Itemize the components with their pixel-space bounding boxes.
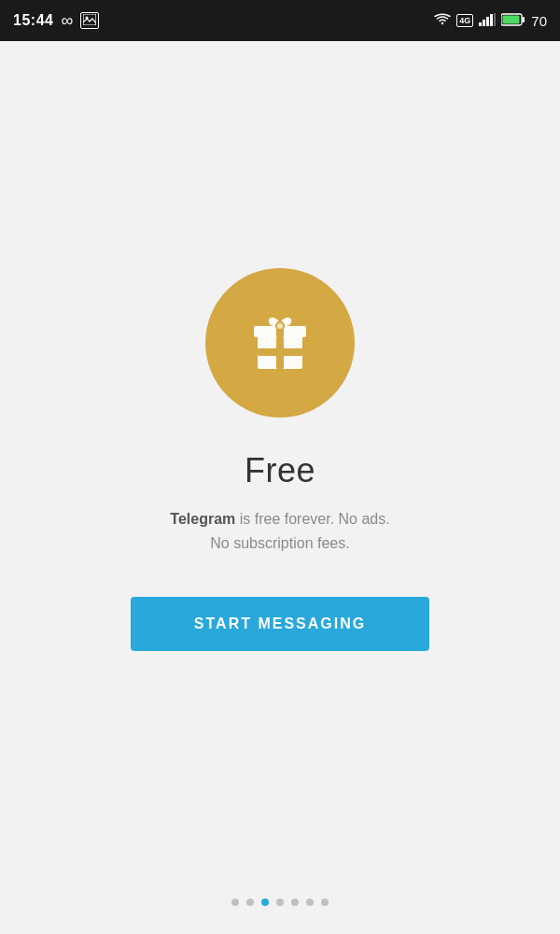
battery-percent: 70 [531,13,547,29]
gift-icon-circle [205,268,355,417]
svg-rect-5 [490,14,493,26]
lte-badge: 4G [456,14,473,27]
svg-rect-14 [258,348,302,356]
dot-0 [231,899,239,906]
svg-rect-6 [494,13,496,26]
svg-rect-8 [523,17,525,22]
brand-name: Telegram [170,511,235,527]
page-title: Free [245,451,315,490]
pagination-dots [231,899,329,906]
svg-rect-9 [503,15,520,23]
page-description: Telegram is free forever. No ads.No subs… [170,507,389,555]
main-content: Free Telegram is free forever. No ads.No… [0,41,560,934]
status-right: 4G 70 [434,13,547,29]
svg-rect-3 [483,20,485,26]
signal-icon [479,13,496,29]
status-time: 15:44 [13,12,53,29]
status-bar: 15:44 ∞ 4G [0,0,560,41]
dot-1 [246,899,254,906]
start-messaging-button[interactable]: START MESSAGING [131,597,429,651]
image-icon [80,12,99,29]
center-container: Free Telegram is free forever. No ads.No… [131,268,429,650]
gift-svg [243,305,317,380]
description-text: is free forever. No ads.No subscription … [210,511,389,551]
dot-5 [306,899,314,906]
dot-2-active [261,899,269,906]
dot-6 [321,899,329,906]
svg-rect-2 [479,22,482,26]
dot-4 [291,899,299,906]
dot-3 [276,899,284,906]
svg-rect-0 [83,14,96,25]
infinity-icon: ∞ [61,11,73,31]
status-left: 15:44 ∞ [13,11,99,31]
wifi-icon [434,13,451,29]
svg-rect-4 [486,17,489,26]
svg-point-16 [277,323,283,329]
battery-icon [501,13,525,29]
